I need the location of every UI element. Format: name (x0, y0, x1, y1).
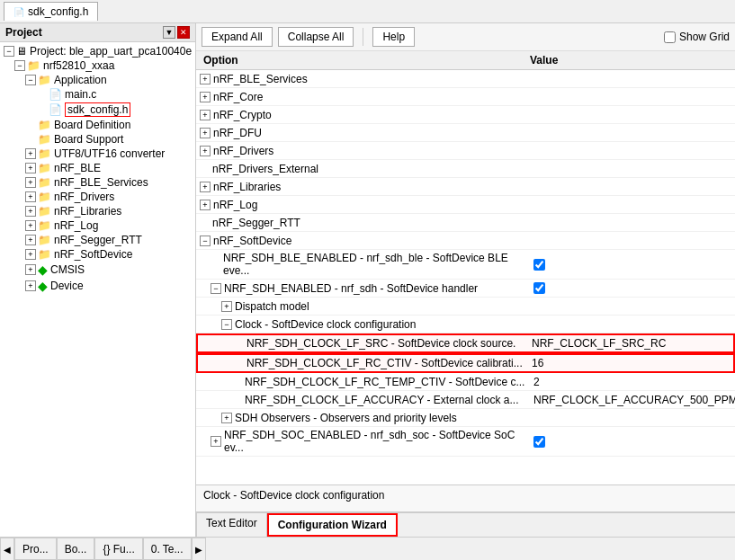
help-button[interactable]: Help (372, 27, 415, 47)
tree-item-nrf-log[interactable]: + 📁 nRF_Log (0, 218, 195, 233)
config-nrf-sdh-ble-enabled[interactable]: NRF_SDH_BLE_ENABLED - nrf_sdh_ble - Soft… (196, 250, 735, 280)
show-grid-label[interactable]: Show Grid (664, 31, 730, 43)
bottom-panel-row: ◀ Pro... Bo... {} Fu... 0. Te... ▶ (0, 537, 735, 560)
tree-item-cmsis[interactable]: + ◆ CMSIS (0, 262, 195, 278)
collapse-all-button[interactable]: Collapse All (278, 27, 354, 47)
bottom-panel-pro[interactable]: Pro... (14, 538, 57, 560)
config-nrf-ble-services[interactable]: + nRF_BLE_Services (196, 70, 735, 88)
nrf-sdh-soc-enabled-checkbox[interactable] (533, 436, 545, 448)
expand-utf8[interactable]: + (25, 148, 36, 159)
expand-nrf-libraries-btn[interactable]: + (200, 182, 211, 192)
config-clock-config[interactable]: − Clock - SoftDevice clock configuration (196, 316, 735, 333)
nrf-ble-services-config-label: nRF_BLE_Services (213, 73, 533, 85)
device-gem-icon: ◆ (38, 279, 48, 293)
bottom-panel-fu[interactable]: {} Fu... (94, 538, 142, 560)
tree-item-nrf-libraries[interactable]: + 📁 nRF_Libraries (0, 204, 195, 218)
config-nrf-crypto[interactable]: + nRF_Crypto (196, 106, 735, 124)
config-nrf-drivers[interactable]: + nRF_Drivers (196, 142, 735, 160)
tree-item-sdk-config-h[interactable]: 📄 sdk_config.h (0, 102, 195, 118)
expand-all-button[interactable]: Expand All (202, 27, 273, 47)
config-nrf-sdh-clock-lf-src[interactable]: NRF_SDH_CLOCK_LF_SRC - SoftDevice clock … (196, 333, 735, 353)
config-nrf-drivers-external[interactable]: nRF_Drivers_External (196, 160, 735, 178)
config-sdh-observers[interactable]: + SDH Observers - Observers and priority… (196, 409, 735, 427)
show-grid-checkbox[interactable] (664, 31, 676, 43)
config-nrf-softdevice[interactable]: − nRF_SoftDevice (196, 232, 735, 250)
nrf-sdh-enabled-checkbox[interactable] (533, 282, 545, 294)
nrf-sdh-ble-enabled-checkbox[interactable] (533, 259, 545, 271)
expand-nrf-log-btn[interactable]: + (200, 200, 211, 210)
expand-nrf-libraries[interactable]: + (25, 206, 36, 217)
expand-nrf-ble[interactable]: + (25, 163, 36, 173)
tree-item-utf8[interactable]: + 📁 UTF8/UTF16 converter (0, 147, 195, 161)
nrf-core-config-label: nRF_Core (213, 91, 533, 103)
nrf-sdh-clock-lf-accuracy-value: NRF_CLOCK_LF_ACCURACY_500_PPM (533, 394, 731, 406)
expand-nrf-drivers[interactable]: + (25, 191, 36, 202)
expand-nrf-dfu-btn[interactable]: + (200, 128, 211, 138)
panel-close-button[interactable]: ✕ (177, 26, 190, 39)
tree-item-board-support[interactable]: 📁 Board Support (0, 132, 195, 147)
expand-project-root[interactable]: − (4, 46, 14, 57)
expand-nrf52810[interactable]: − (14, 60, 25, 71)
expand-dispatch-model-btn[interactable]: + (221, 301, 232, 312)
config-nrf-core[interactable]: + nRF_Core (196, 88, 735, 106)
expand-nrf-ble-services-btn[interactable]: + (200, 74, 211, 84)
config-nrf-sdh-clock-lf-rc-temp-ctiv[interactable]: NRF_SDH_CLOCK_LF_RC_TEMP_CTIV - SoftDevi… (196, 373, 735, 391)
expand-nrf-log[interactable]: + (25, 220, 36, 231)
device-label: Device (50, 280, 84, 292)
nrf-sdh-soc-enabled-value[interactable] (533, 436, 731, 448)
tree-item-nrf-segger-rtt[interactable]: + 📁 nRF_Segger_RTT (0, 233, 195, 247)
expand-nrf-softdevice-btn[interactable]: − (200, 236, 211, 246)
expand-device[interactable]: + (25, 280, 36, 291)
tree-item-nrf-ble[interactable]: + 📁 nRF_BLE (0, 161, 195, 175)
text-editor-tab-label: Text Editor (206, 517, 257, 529)
tree-item-nrf-ble-services[interactable]: + 📁 nRF_BLE_Services (0, 175, 195, 190)
nrf-sdh-enabled-value[interactable] (533, 282, 731, 294)
bottom-panel-te[interactable]: 0. Te... (143, 538, 192, 560)
bottom-scroll-right-btn[interactable]: ▶ (192, 538, 206, 560)
nrf-sdh-clock-lf-src-value: NRF_CLOCK_LF_SRC_RC (532, 337, 730, 350)
config-nrf-sdh-clock-lf-accuracy[interactable]: NRF_SDH_CLOCK_LF_ACCURACY - External clo… (196, 391, 735, 409)
expand-nrf-core-btn[interactable]: + (200, 92, 211, 102)
tree-item-board-definition[interactable]: 📁 Board Definition (0, 118, 195, 132)
config-nrf-log[interactable]: + nRF_Log (196, 196, 735, 214)
tree-item-main-c[interactable]: 📄 main.c (0, 87, 195, 102)
config-nrf-sdh-soc-enabled[interactable]: + NRF_SDH_SOC_ENABLED - nrf_sdh_soc - So… (196, 427, 735, 457)
config-nrf-segger-rtt[interactable]: nRF_Segger_RTT (196, 214, 735, 232)
tree-item-nrf-softdevice[interactable]: + 📁 nRF_SoftDevice (0, 247, 195, 262)
tab-text-editor[interactable]: Text Editor (196, 513, 267, 537)
expand-cmsis[interactable]: + (25, 264, 36, 275)
expand-nrf-crypto-btn[interactable]: + (200, 110, 211, 120)
expand-nrf-sdh-soc-enabled-btn[interactable]: + (211, 436, 221, 447)
panel-minimize-button[interactable]: ▼ (163, 26, 175, 39)
board-support-icon: 📁 (38, 133, 51, 146)
tab-config-wizard[interactable]: Configuration Wizard (267, 513, 398, 537)
config-nrf-libraries[interactable]: + nRF_Libraries (196, 178, 735, 196)
config-nrf-dfu[interactable]: + nRF_DFU (196, 124, 735, 142)
expand-nrf-softdevice[interactable]: + (25, 249, 36, 260)
nrf-sdh-clock-lf-rc-temp-ctiv-label: NRF_SDH_CLOCK_LF_RC_TEMP_CTIV - SoftDevi… (245, 376, 533, 388)
expand-nrf-sdh-enabled-btn[interactable]: − (211, 283, 221, 294)
bottom-scroll-left-btn[interactable]: ◀ (0, 538, 14, 560)
expand-nrf-drivers-btn[interactable]: + (200, 146, 211, 156)
bottom-panel-bo[interactable]: Bo... (57, 538, 95, 560)
nrf-sdh-clock-lf-accuracy-label: NRF_SDH_CLOCK_LF_ACCURACY - External clo… (245, 394, 533, 406)
bottom-panel-pro-label: Pro... (22, 543, 49, 556)
option-column-header: Option (203, 54, 530, 67)
tree-item-nrf52810[interactable]: − 📁 nrf52810_xxaa (0, 58, 195, 73)
expand-application[interactable]: − (25, 75, 36, 85)
tree-item-device[interactable]: + ◆ Device (0, 278, 195, 294)
nrf-drivers-external-config-label: nRF_Drivers_External (212, 163, 533, 175)
tab-sdk-config[interactable]: 📄 sdk_config.h (4, 2, 98, 21)
config-nrf-sdh-enabled[interactable]: − NRF_SDH_ENABLED - nrf_sdh - SoftDevice… (196, 280, 735, 298)
tree-item-nrf-drivers[interactable]: + 📁 nRF_Drivers (0, 190, 195, 204)
expand-sdh-observers-btn[interactable]: + (221, 413, 232, 423)
expand-nrf-segger-rtt[interactable]: + (25, 235, 36, 245)
config-nrf-sdh-clock-lf-rc-ctiv[interactable]: NRF_SDH_CLOCK_LF_RC_CTIV - SoftDevice ca… (196, 353, 735, 373)
expand-clock-config-btn[interactable]: − (221, 319, 232, 330)
tree-item-application[interactable]: − 📁 Application (0, 73, 195, 87)
tree-item-project-root[interactable]: − 🖥 Project: ble_app_uart_pca10040e (0, 44, 195, 58)
board-definition-label: Board Definition (54, 119, 130, 131)
expand-nrf-ble-services[interactable]: + (25, 177, 36, 188)
nrf-sdh-ble-enabled-value[interactable] (533, 259, 731, 271)
config-dispatch-model[interactable]: + Dispatch model (196, 298, 735, 316)
